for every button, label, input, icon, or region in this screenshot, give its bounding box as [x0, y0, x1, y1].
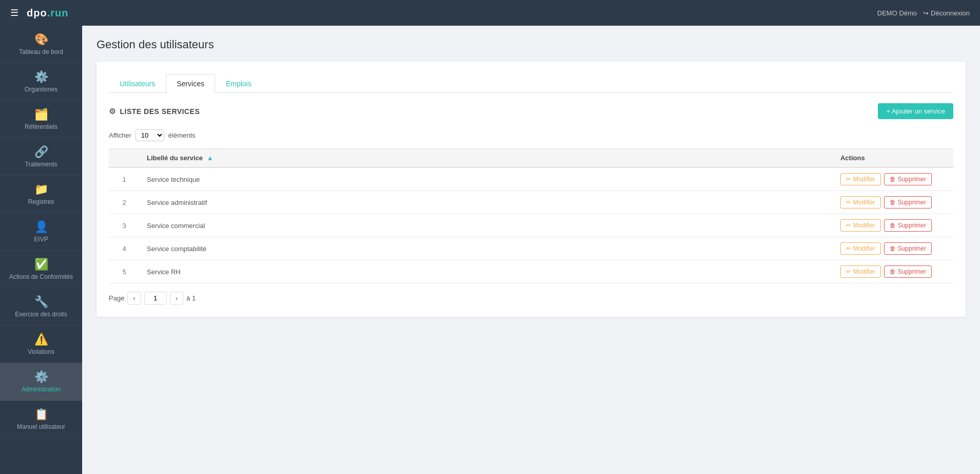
sidebar-item-registres[interactable]: 📁Registres	[0, 176, 82, 213]
delete-label: Supprimer	[898, 199, 926, 206]
page-label: Page	[109, 294, 124, 302]
pagination: Page ‹ › à 1	[109, 292, 953, 305]
sidebar-item-eivp[interactable]: 👤EIVP	[0, 213, 82, 251]
sidebar-item-traitements[interactable]: 🔗Traitements	[0, 138, 82, 176]
sidebar: 🎨Tableau de bord⚙️Organismes🗂️Référentie…	[0, 26, 82, 474]
row-label: Service technique	[140, 167, 833, 191]
edit-icon: ✏	[846, 199, 851, 206]
row-spacer	[939, 167, 953, 191]
edit-button[interactable]: ✏ Modifier	[840, 196, 881, 208]
row-label: Service administratif	[140, 191, 833, 214]
delete-label: Supprimer	[898, 222, 926, 229]
sidebar-icon-violations: ⚠️	[34, 333, 48, 346]
row-spacer	[939, 191, 953, 214]
menu-toggle[interactable]: ☰	[10, 7, 18, 18]
sidebar-icon-administration: ⚙️	[34, 370, 48, 384]
delete-label: Supprimer	[898, 176, 926, 183]
page-input[interactable]	[144, 292, 167, 305]
sidebar-label-violations: Violations	[28, 348, 54, 355]
row-number: 1	[109, 167, 140, 191]
show-entries: Afficher 10 25 50 100 éléments	[109, 129, 953, 141]
sidebar-item-referentiels[interactable]: 🗂️Référentiels	[0, 101, 82, 138]
trash-icon: 🗑	[890, 245, 896, 252]
row-spacer	[939, 214, 953, 237]
sidebar-label-registres: Registres	[28, 198, 54, 205]
edit-icon: ✏	[846, 268, 851, 275]
sidebar-icon-exercice-droits: 🔧	[34, 295, 48, 309]
edit-icon: ✏	[846, 176, 851, 183]
row-actions: ✏ Modifier 🗑 Supprimer	[833, 260, 939, 283]
settings-icon: ⚙	[109, 107, 116, 116]
tabs: Utilisateurs Services Emplois	[109, 74, 953, 93]
section-title-text: LISTE DES SERVICES	[120, 107, 200, 116]
edit-label: Modifier	[853, 245, 875, 252]
topbar-left: ☰ dpo.run	[10, 7, 68, 19]
logout-button[interactable]: ↪ Déconnexion	[923, 9, 970, 17]
row-number: 3	[109, 214, 140, 237]
row-label: Service commercial	[140, 214, 833, 237]
section-header: ⚙ LISTE DES SERVICES + Ajouter un servic…	[109, 103, 953, 119]
content: Gestion des utilisateurs Utilisateurs Se…	[82, 26, 980, 474]
add-service-button[interactable]: + Ajouter un service	[878, 103, 953, 119]
sidebar-item-tableau-de-bord[interactable]: 🎨Tableau de bord	[0, 26, 82, 63]
tab-emplois[interactable]: Emplois	[215, 74, 262, 93]
elements-label: éléments	[168, 131, 196, 139]
col-scroll	[939, 149, 953, 168]
table-row: 4 Service comptabilité ✏ Modifier 🗑 Supp…	[109, 237, 953, 260]
delete-button[interactable]: 🗑 Supprimer	[884, 196, 932, 208]
delete-button[interactable]: 🗑 Supprimer	[884, 173, 932, 185]
tab-utilisateurs[interactable]: Utilisateurs	[109, 74, 166, 93]
main-layout: 🎨Tableau de bord⚙️Organismes🗂️Référentie…	[0, 26, 980, 474]
edit-label: Modifier	[853, 268, 875, 275]
sidebar-item-exercice-droits[interactable]: 🔧Exercice des droits	[0, 288, 82, 326]
table-header-row: Libellé du service ▲ Actions	[109, 149, 953, 168]
main-card: Utilisateurs Services Emplois ⚙ LISTE DE…	[97, 62, 966, 317]
sidebar-label-eivp: EIVP	[34, 236, 48, 243]
trash-icon: 🗑	[890, 222, 896, 229]
table-row: 3 Service commercial ✏ Modifier 🗑 Suppri…	[109, 214, 953, 237]
row-number: 5	[109, 260, 140, 283]
row-actions: ✏ Modifier 🗑 Supprimer	[833, 191, 939, 214]
sidebar-item-actions-conformites[interactable]: ✅Actions de Conformités	[0, 251, 82, 288]
row-actions: ✏ Modifier 🗑 Supprimer	[833, 214, 939, 237]
sidebar-item-manuel-utilisateur[interactable]: 📋Manuel utilisateur	[0, 401, 82, 438]
logo: dpo.run	[27, 7, 68, 19]
edit-button[interactable]: ✏ Modifier	[840, 266, 881, 278]
prev-page-button[interactable]: ‹	[127, 292, 141, 305]
row-number: 4	[109, 237, 140, 260]
edit-button[interactable]: ✏ Modifier	[840, 173, 881, 185]
edit-button[interactable]: ✏ Modifier	[840, 242, 881, 255]
entries-select[interactable]: 10 25 50 100	[136, 129, 164, 141]
sidebar-item-administration[interactable]: ⚙️Administration	[0, 363, 82, 401]
edit-icon: ✏	[846, 222, 851, 229]
sidebar-label-manuel-utilisateur: Manuel utilisateur	[17, 423, 65, 430]
edit-button[interactable]: ✏ Modifier	[840, 219, 881, 232]
logout-icon: ↪	[923, 9, 929, 17]
sidebar-item-violations[interactable]: ⚠️Violations	[0, 326, 82, 363]
sidebar-label-traitements: Traitements	[25, 161, 57, 168]
sidebar-item-organismes[interactable]: ⚙️Organismes	[0, 63, 82, 101]
next-page-button[interactable]: ›	[170, 292, 183, 305]
delete-label: Supprimer	[898, 268, 926, 275]
sidebar-icon-traitements: 🔗	[34, 145, 48, 159]
delete-button[interactable]: 🗑 Supprimer	[884, 242, 932, 255]
delete-label: Supprimer	[898, 245, 926, 252]
page-total: à 1	[186, 294, 196, 302]
sidebar-icon-actions-conformites: ✅	[34, 258, 48, 271]
trash-icon: 🗑	[890, 176, 896, 183]
afficher-label: Afficher	[109, 131, 131, 139]
logout-label: Déconnexion	[931, 9, 970, 17]
sidebar-label-referentiels: Référentiels	[25, 123, 57, 130]
delete-button[interactable]: 🗑 Supprimer	[884, 219, 932, 232]
user-label: DEMO Démo	[877, 9, 917, 17]
sidebar-icon-referentiels: 🗂️	[34, 108, 48, 121]
edit-label: Modifier	[853, 176, 875, 183]
tab-services[interactable]: Services	[166, 74, 215, 93]
page-title: Gestion des utilisateurs	[97, 38, 966, 51]
col-actions: Actions	[833, 149, 939, 168]
services-table: Libellé du service ▲ Actions 1 Service t…	[109, 148, 953, 283]
table-row: 2 Service administratif ✏ Modifier 🗑 Sup…	[109, 191, 953, 214]
row-actions: ✏ Modifier 🗑 Supprimer	[833, 237, 939, 260]
sort-icon[interactable]: ▲	[207, 154, 214, 162]
delete-button[interactable]: 🗑 Supprimer	[884, 266, 932, 278]
